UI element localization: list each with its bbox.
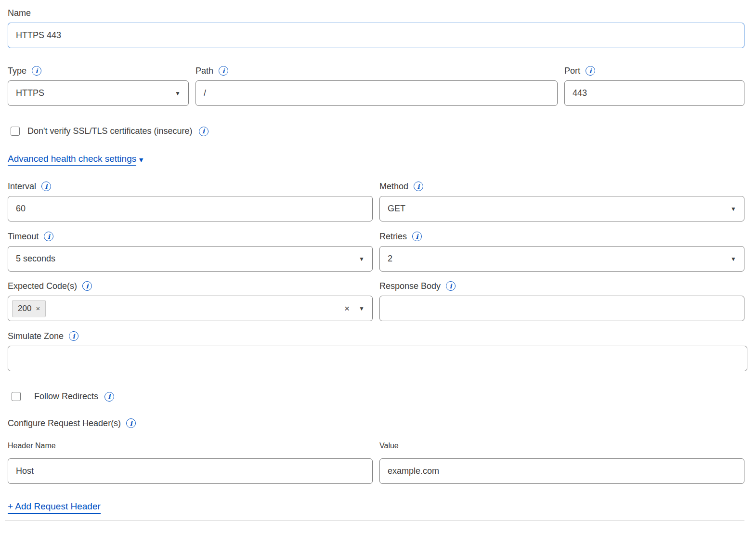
timeout-select-value: 5 seconds <box>16 254 55 264</box>
advanced-settings-link[interactable]: Advanced health check settings ▼ <box>8 154 144 166</box>
add-request-header-link[interactable]: + Add Request Header <box>8 501 101 514</box>
codes-body-labels: Expected Code(s) i Response Body i <box>8 281 744 296</box>
expected-codes-label: Expected Code(s) <box>8 281 77 291</box>
add-request-header-link-text: + Add Request Header <box>8 501 101 514</box>
request-headers-title: Configure Request Header(s) <box>8 418 121 429</box>
method-select-value: GET <box>388 204 405 214</box>
retries-select[interactable]: 2 ▼ <box>379 246 744 272</box>
verify-ssl-label: Don't verify SSL/TLS certificates (insec… <box>27 126 193 136</box>
type-select-value: HTTPS <box>16 88 44 98</box>
interval-input[interactable] <box>8 196 373 221</box>
header-value-column-label: Value <box>379 442 399 450</box>
simulate-zone-input[interactable] <box>8 346 747 371</box>
retries-select-value: 2 <box>388 254 392 264</box>
info-icon[interactable]: i <box>69 331 78 341</box>
chevron-down-icon: ▼ <box>359 256 365 262</box>
type-label: Type <box>8 65 26 76</box>
info-icon[interactable]: i <box>414 182 423 191</box>
chevron-down-icon: ▼ <box>730 256 736 262</box>
add-header-row: + Add Request Header <box>8 501 744 514</box>
chevron-down-icon: ▼ <box>730 206 736 212</box>
info-icon[interactable]: i <box>104 392 114 402</box>
type-select[interactable]: HTTPS ▼ <box>8 80 189 106</box>
expected-codes-multiselect[interactable]: 200 × × ▼ <box>8 296 373 321</box>
clear-all-icon[interactable]: × <box>344 303 350 314</box>
response-body-label: Response Body <box>379 281 441 291</box>
interval-method-fields: GET ▼ <box>8 196 744 221</box>
header-name-column-label: Header Name <box>8 442 56 450</box>
info-icon[interactable]: i <box>586 66 595 76</box>
header-row <box>8 458 744 484</box>
info-icon[interactable]: i <box>32 66 41 76</box>
info-icon[interactable]: i <box>412 232 422 241</box>
advanced-settings-link-text: Advanced health check settings <box>8 154 136 166</box>
info-icon[interactable]: i <box>219 66 228 76</box>
expected-code-tag: 200 × <box>12 300 46 317</box>
port-input[interactable] <box>564 80 744 106</box>
expected-code-tag-value: 200 <box>18 304 31 313</box>
name-label: Name <box>8 8 31 18</box>
port-label: Port <box>564 65 580 76</box>
info-icon[interactable]: i <box>126 418 136 428</box>
path-input[interactable] <box>196 80 558 106</box>
follow-redirects-row: Follow Redirects i <box>8 391 744 402</box>
header-value-input[interactable] <box>379 458 744 484</box>
timeout-retries-labels: Timeout i Retries i <box>8 231 744 246</box>
path-label: Path <box>196 65 213 76</box>
interval-method-labels: Interval i Method i <box>8 181 744 196</box>
chevron-down-icon[interactable]: ▼ <box>359 305 365 312</box>
request-headers-title-row: Configure Request Header(s) i <box>8 418 744 429</box>
timeout-label: Timeout <box>8 231 39 242</box>
bottom-divider <box>5 520 744 520</box>
follow-redirects-checkbox[interactable] <box>12 392 21 401</box>
info-icon[interactable]: i <box>199 127 209 136</box>
verify-ssl-checkbox[interactable] <box>11 127 20 136</box>
advanced-settings-row: Advanced health check settings ▼ <box>8 154 744 166</box>
type-path-port-labels: Type i Path i Port i <box>8 65 744 80</box>
verify-ssl-row: Don't verify SSL/TLS certificates (insec… <box>8 126 744 136</box>
name-input[interactable] <box>8 23 744 48</box>
name-label-row: Name <box>8 8 744 18</box>
timeout-select[interactable]: 5 seconds ▼ <box>8 246 373 272</box>
chevron-down-icon: ▼ <box>138 156 144 164</box>
retries-label: Retries <box>379 231 407 242</box>
follow-redirects-label: Follow Redirects <box>34 391 98 402</box>
simulate-zone-label: Simulate Zone <box>8 331 64 341</box>
response-body-input[interactable] <box>379 296 744 321</box>
type-path-port-fields: HTTPS ▼ <box>8 80 744 106</box>
header-columns-labels: Header Name Value <box>8 441 744 451</box>
timeout-retries-fields: 5 seconds ▼ 2 ▼ <box>8 246 744 272</box>
codes-body-fields: 200 × × ▼ <box>8 296 744 321</box>
header-name-input[interactable] <box>8 458 373 484</box>
info-icon[interactable]: i <box>41 182 51 191</box>
chevron-down-icon: ▼ <box>175 90 181 97</box>
remove-tag-icon[interactable]: × <box>36 304 40 312</box>
method-select[interactable]: GET ▼ <box>379 196 744 221</box>
simulate-zone-section: Simulate Zone i <box>8 331 744 371</box>
info-icon[interactable]: i <box>446 281 456 291</box>
method-label: Method <box>379 181 408 192</box>
health-check-form: Name Type i Path i Port i HTTPS ▼ <box>0 0 756 520</box>
info-icon[interactable]: i <box>44 232 53 241</box>
interval-label: Interval <box>8 181 36 192</box>
info-icon[interactable]: i <box>82 281 92 291</box>
